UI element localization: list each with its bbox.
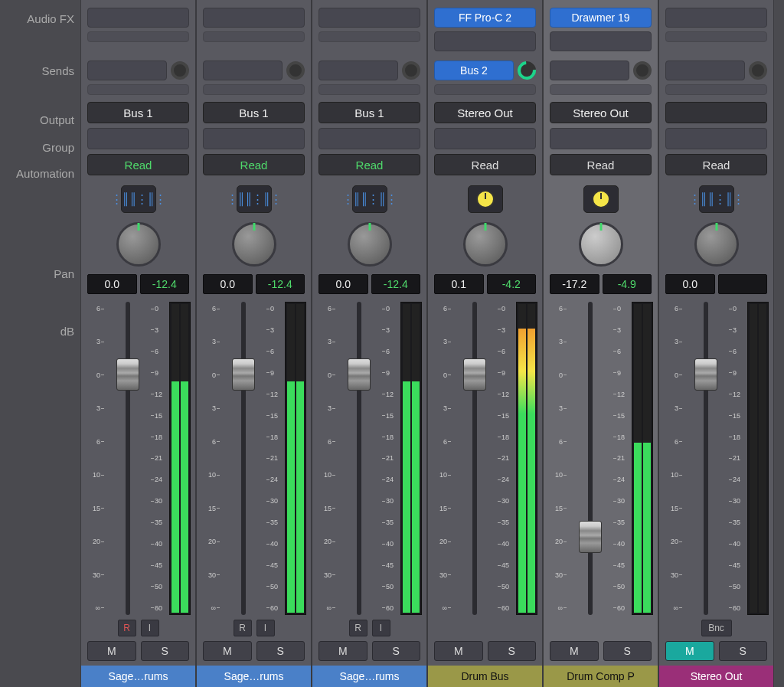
db-peak[interactable]: -12.4 — [140, 274, 190, 294]
record-enable-button[interactable]: R — [349, 620, 368, 636]
send-empty-slot[interactable] — [665, 61, 745, 80]
group-selector[interactable] — [550, 128, 652, 149]
track-strip[interactable]: Read⋮║║⋮║⋮0.06303610152030∞0369121518212… — [658, 0, 774, 687]
automation-mode[interactable]: Read — [318, 154, 420, 175]
fader-track[interactable] — [568, 302, 612, 615]
group-selector[interactable] — [434, 128, 536, 149]
audiofx-empty-slot[interactable] — [87, 31, 189, 42]
db-peak[interactable]: -4.9 — [603, 274, 652, 294]
group-selector[interactable] — [318, 128, 420, 149]
track-strip[interactable]: Bus 1Read⋮║║⋮║⋮0.0-12.46303610152030∞036… — [312, 0, 427, 687]
mute-button[interactable]: M — [665, 641, 714, 661]
db-value[interactable]: 0.0 — [318, 274, 368, 294]
output-selector[interactable]: Bus 1 — [203, 102, 305, 123]
audiofx-empty-slot[interactable] — [318, 31, 420, 42]
track-name[interactable]: Drum Bus — [428, 666, 542, 687]
mute-button[interactable]: M — [87, 641, 136, 661]
pan-knob[interactable] — [348, 222, 392, 267]
input-monitor-button[interactable]: I — [141, 620, 159, 636]
bounce-button[interactable]: Bnc — [701, 620, 732, 636]
send-level-knob[interactable] — [633, 61, 652, 80]
db-peak[interactable]: -12.4 — [371, 274, 421, 294]
record-enable-button[interactable]: R — [118, 620, 136, 636]
fader-track[interactable] — [106, 302, 149, 615]
fader-cap[interactable] — [348, 358, 371, 391]
send-empty-slot[interactable] — [87, 61, 167, 80]
db-value[interactable]: 0.0 — [665, 274, 715, 294]
input-monitor-button[interactable]: I — [256, 620, 275, 636]
send-empty-slot[interactable] — [318, 61, 398, 80]
track-name[interactable]: Stereo Out — [659, 666, 773, 687]
track-type-icon[interactable]: ⋮║║⋮║⋮ — [237, 185, 272, 213]
mute-button[interactable]: M — [550, 641, 599, 661]
pan-knob[interactable] — [694, 222, 739, 267]
automation-mode[interactable]: Read — [203, 154, 305, 175]
send-empty-slot[interactable] — [203, 61, 283, 80]
db-peak[interactable]: -12.4 — [256, 274, 305, 294]
track-strip[interactable]: Bus 1Read⋮║║⋮║⋮0.0-12.46303610152030∞036… — [196, 0, 312, 687]
automation-mode[interactable]: Read — [665, 154, 767, 175]
input-monitor-button[interactable]: I — [372, 620, 390, 636]
track-type-icon[interactable]: ⋮║║⋮║⋮ — [699, 185, 734, 213]
group-selector[interactable] — [203, 128, 305, 149]
db-value[interactable]: 0.1 — [434, 274, 484, 294]
track-strip[interactable]: FF Pro-C 2Bus 2Stereo OutRead0.1-4.26303… — [427, 0, 543, 687]
automation-mode[interactable]: Read — [550, 154, 652, 175]
solo-button[interactable]: S — [372, 641, 421, 661]
output-selector[interactable]: Stereo Out — [434, 102, 536, 123]
pan-knob[interactable] — [232, 222, 276, 267]
mute-button[interactable]: M — [434, 641, 483, 661]
solo-button[interactable]: S — [719, 641, 768, 661]
send-level-knob[interactable] — [171, 61, 189, 80]
fader-track[interactable] — [221, 302, 265, 615]
track-name[interactable]: Drum Comp P — [544, 666, 658, 687]
track-type-icon[interactable]: ⋮║║⋮║⋮ — [352, 185, 387, 213]
output-selector[interactable]: Bus 1 — [318, 102, 420, 123]
send-empty-slot[interactable] — [550, 84, 652, 95]
db-peak[interactable]: -4.2 — [487, 274, 537, 294]
track-name[interactable]: Sage…rums — [312, 666, 426, 687]
send-empty-slot[interactable] — [665, 84, 767, 95]
fader-track[interactable] — [684, 302, 727, 615]
audiofx-empty-slot[interactable] — [434, 31, 536, 51]
solo-button[interactable]: S — [603, 641, 652, 661]
fader-track[interactable] — [337, 302, 381, 615]
audiofx-empty-slot[interactable] — [665, 31, 767, 42]
track-type-icon[interactable] — [468, 185, 503, 213]
audiofx-empty-slot[interactable] — [665, 8, 767, 28]
send-level-knob[interactable] — [749, 61, 767, 80]
send-slot[interactable]: Bus 2 — [434, 61, 514, 80]
fader-cap[interactable] — [463, 358, 486, 391]
audiofx-insert[interactable]: Drawmer 19 — [550, 8, 652, 28]
track-type-icon[interactable]: ⋮║║⋮║⋮ — [121, 185, 156, 213]
fader-cap[interactable] — [232, 358, 255, 391]
solo-button[interactable]: S — [141, 641, 190, 661]
audiofx-empty-slot[interactable] — [318, 8, 420, 28]
audiofx-insert[interactable]: FF Pro-C 2 — [434, 8, 536, 28]
send-level-knob[interactable] — [286, 61, 305, 80]
record-enable-button[interactable]: R — [234, 620, 252, 636]
group-selector[interactable] — [665, 128, 767, 149]
send-level-knob[interactable] — [514, 57, 540, 83]
solo-button[interactable]: S — [488, 641, 537, 661]
track-strip[interactable]: Bus 1Read⋮║║⋮║⋮0.0-12.46303610152030∞036… — [80, 0, 196, 687]
send-level-knob[interactable] — [402, 61, 420, 80]
pan-knob[interactable] — [116, 222, 161, 267]
track-name[interactable]: Sage…rums — [81, 666, 195, 687]
send-empty-slot[interactable] — [434, 84, 536, 95]
db-peak[interactable] — [718, 274, 768, 294]
send-empty-slot[interactable] — [87, 84, 189, 95]
output-selector[interactable] — [665, 102, 767, 123]
automation-mode[interactable]: Read — [434, 154, 536, 175]
pan-knob[interactable] — [579, 222, 623, 267]
db-value[interactable]: 0.0 — [87, 274, 137, 294]
send-empty-slot[interactable] — [203, 84, 305, 95]
audiofx-empty-slot[interactable] — [203, 31, 305, 42]
db-value[interactable]: 0.0 — [203, 274, 253, 294]
fader-cap[interactable] — [116, 358, 139, 391]
automation-mode[interactable]: Read — [87, 154, 189, 175]
audiofx-empty-slot[interactable] — [550, 31, 652, 51]
solo-button[interactable]: S — [256, 641, 305, 661]
track-strip[interactable]: Drawmer 19Stereo OutRead-17.2-4.96303610… — [543, 0, 658, 687]
audiofx-empty-slot[interactable] — [87, 8, 189, 28]
